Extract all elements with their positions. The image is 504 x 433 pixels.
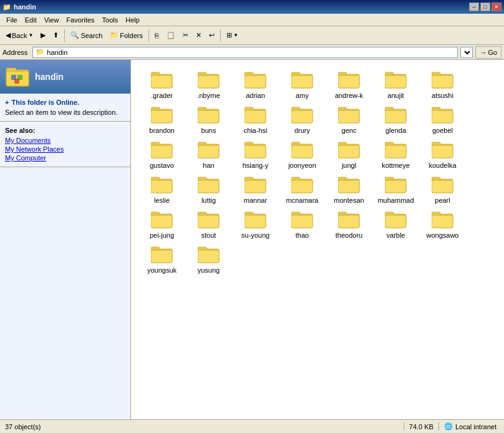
address-input-container[interactable]: 📁 handin — [32, 47, 458, 58]
menu-favorites[interactable]: Favorites — [62, 15, 98, 25]
folder-item[interactable]: goebel — [419, 102, 466, 137]
menu-view[interactable]: View — [41, 15, 63, 25]
folder-item[interactable]: joonyeon — [279, 137, 326, 172]
folder-item[interactable]: leslie — [138, 172, 185, 207]
folder-item[interactable]: drury — [279, 102, 326, 137]
folder-item[interactable]: mcnamara — [279, 172, 326, 207]
folder-item[interactable]: luttig — [185, 172, 232, 207]
views-dropdown-icon: ▼ — [233, 32, 238, 38]
folder-item[interactable]: jungl — [326, 137, 372, 172]
folder-svg — [291, 71, 314, 89]
folder-svg — [151, 71, 173, 89]
folder-svg — [291, 210, 314, 229]
folder-item-label: jungl — [342, 162, 356, 169]
folder-item[interactable]: amy — [279, 67, 326, 102]
folder-item[interactable]: wongsawo — [419, 207, 466, 242]
folder-icon — [151, 71, 173, 90]
folder-icon — [245, 105, 267, 125]
folder-item[interactable]: yusung — [185, 242, 232, 277]
svg-rect-26 — [432, 75, 453, 88]
folder-item[interactable]: montesan — [326, 172, 372, 207]
folder-item[interactable]: adrian — [232, 67, 279, 102]
folder-svg — [291, 105, 314, 124]
toolbar-separator-2 — [148, 29, 149, 42]
paste-button[interactable]: 📋 — [163, 28, 178, 43]
address-dropdown[interactable] — [460, 47, 473, 58]
folder-svg — [198, 105, 220, 124]
cut-button[interactable]: ✂ — [180, 28, 191, 43]
copy-button[interactable]: ⎘ — [152, 28, 162, 43]
undo-icon: ↩ — [209, 31, 215, 39]
folder-item[interactable]: muhammad — [372, 172, 419, 207]
folder-info-section: + This folder is Online. Select an item … — [0, 94, 130, 122]
menu-file[interactable]: File — [2, 15, 21, 25]
folder-item[interactable]: .nbyrne — [185, 67, 232, 102]
folder-svg — [338, 105, 361, 124]
menu-tools[interactable]: Tools — [99, 15, 122, 25]
folder-icon — [198, 245, 220, 265]
folder-item[interactable]: buns — [185, 102, 232, 137]
folder-item[interactable]: thao — [279, 207, 326, 242]
my-computer-link[interactable]: My Computer — [5, 154, 125, 162]
menu-edit[interactable]: Edit — [21, 15, 41, 25]
see-also-label: See also: — [5, 127, 125, 134]
folder-item[interactable]: gustavo — [138, 137, 185, 172]
views-button[interactable]: ⊞ ▼ — [223, 28, 241, 43]
maximize-button[interactable]: □ — [480, 2, 490, 11]
my-network-places-link[interactable]: My Network Places — [5, 145, 125, 153]
folder-item[interactable]: anujit — [372, 67, 419, 102]
forward-button[interactable]: ▶ — [37, 28, 49, 43]
folder-item-label: adrian — [246, 92, 265, 99]
address-folder-icon: 📁 — [36, 48, 44, 56]
folder-item[interactable]: andrew-k — [326, 67, 372, 102]
folder-svg — [245, 175, 267, 194]
svg-rect-14 — [245, 75, 266, 88]
folder-item-label: pearl — [435, 197, 450, 204]
folder-item[interactable]: brandon — [138, 102, 185, 137]
undo-button[interactable]: ↩ — [206, 28, 218, 43]
main-content: handin + This folder is Online. Select a… — [0, 60, 504, 419]
folder-item[interactable]: pearl — [419, 172, 466, 207]
folder-item[interactable]: theodoru — [326, 207, 372, 242]
folder-item[interactable]: varble — [372, 207, 419, 242]
folder-item[interactable]: stout — [185, 207, 232, 242]
folder-item[interactable]: glenda — [372, 102, 419, 137]
folder-svg — [338, 71, 361, 89]
folder-item[interactable]: chia-hsi — [232, 102, 279, 137]
folder-item-label: wongsawo — [427, 231, 459, 239]
folder-svg — [198, 71, 220, 89]
delete-button[interactable]: ✕ — [193, 28, 205, 43]
svg-rect-101 — [291, 215, 313, 228]
folder-icon — [198, 175, 220, 195]
close-button[interactable]: ✕ — [492, 2, 502, 11]
go-arrow-icon: → — [480, 49, 487, 56]
folder-item[interactable]: koudelka — [419, 137, 466, 172]
folder-item-label: joonyeon — [288, 162, 316, 169]
folder-item[interactable]: kottmeye — [372, 137, 419, 172]
folder-item[interactable]: pei-jung — [138, 207, 185, 242]
back-button[interactable]: ◀ Back ▼ — [2, 28, 36, 43]
go-button[interactable]: → Go — [475, 46, 502, 59]
folder-item[interactable]: hsiang-y — [232, 137, 279, 172]
folder-item[interactable]: su-young — [232, 207, 279, 242]
minimize-button[interactable]: – — [469, 2, 479, 11]
up-button[interactable]: ⬆ — [50, 28, 62, 43]
folder-icon — [432, 210, 454, 230]
folder-item[interactable]: genc — [326, 102, 372, 137]
folder-item[interactable]: .grader — [138, 67, 185, 102]
folder-item[interactable]: mannar — [232, 172, 279, 207]
folder-svg — [151, 175, 173, 194]
folder-item[interactable]: atsushi — [419, 67, 466, 102]
my-documents-link[interactable]: My Documents — [5, 137, 125, 144]
svg-rect-62 — [338, 145, 359, 158]
folder-item[interactable]: youngsuk — [138, 242, 185, 277]
folder-item[interactable]: han — [185, 137, 232, 172]
search-label: Search — [80, 32, 102, 39]
folder-item-label: anujit — [387, 92, 404, 99]
folders-button[interactable]: 📁 Folders — [107, 28, 146, 43]
svg-rect-116 — [198, 250, 219, 263]
folder-icon — [245, 140, 267, 160]
folder-icon — [151, 175, 173, 195]
menu-help[interactable]: Help — [122, 15, 143, 25]
search-button[interactable]: 🔍 Search — [67, 28, 105, 43]
